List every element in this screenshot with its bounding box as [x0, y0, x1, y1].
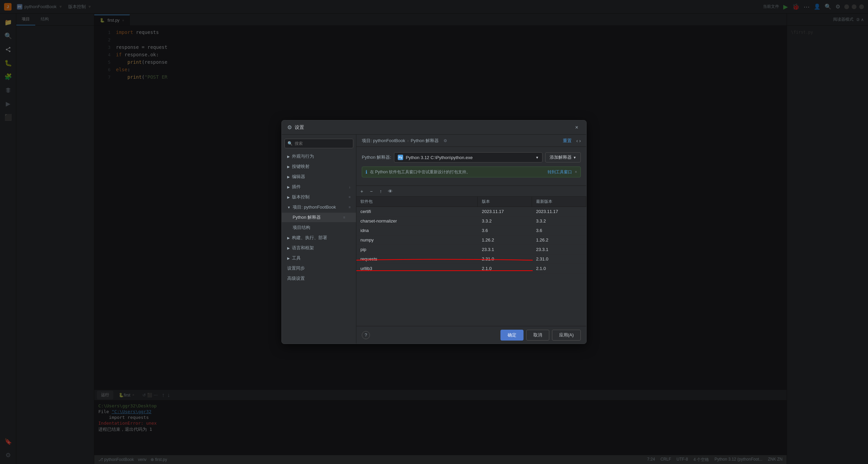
nav-label-vcs: 版本控制: [292, 194, 310, 200]
nav-label-keymap: 按键映射: [292, 163, 310, 170]
pkg-name-urllib3: urllib3: [356, 264, 478, 273]
nav-sub-label-structure: 项目结构: [293, 225, 310, 231]
pkg-latest-requests: 2.31.0: [532, 254, 586, 264]
package-table-header: 软件包 版本 最新版本: [356, 197, 586, 207]
nav-item-languages[interactable]: ▶ 语言和框架: [282, 243, 356, 253]
breadcrumb-page[interactable]: Python 解释器: [411, 138, 439, 144]
nav-chevron-keymap: ▶: [287, 165, 290, 169]
footer-left: ?: [362, 331, 370, 339]
pkg-latest-certifi: 2023.11.17: [532, 207, 586, 216]
nav-label-editor: 编辑器: [292, 174, 305, 180]
interpreter-label: Python 解释器:: [362, 154, 391, 160]
settings-nav: 🔍 ▶ 外观与行为 ▶ 按键映射 ▶ 编辑器 ▶ 插件: [282, 135, 356, 344]
nav-item-sync[interactable]: 设置同步: [282, 264, 356, 273]
settings-breadcrumb: 项目: pythonFootBook › Python 解释器 ⚙ 重置 ‹ ›: [356, 135, 586, 147]
nav-sub-label-interpreter: Python 解释器: [293, 214, 321, 220]
apply-button[interactable]: 应用(A): [552, 330, 581, 341]
ok-button[interactable]: 确定: [500, 330, 524, 341]
nav-item-editor[interactable]: ▶ 编辑器: [282, 172, 356, 181]
col-latest[interactable]: 最新版本: [532, 197, 586, 207]
pkg-row-numpy[interactable]: numpy 1.26.2 1.26.2: [356, 235, 586, 245]
pkg-ver-requests: 2.31.0: [478, 254, 532, 264]
nav-sub-project-structure[interactable]: 项目结构: [282, 223, 356, 232]
col-version[interactable]: 版本: [478, 197, 532, 207]
add-package-button[interactable]: +: [358, 187, 366, 195]
info-close-icon[interactable]: ×: [575, 170, 577, 174]
nav-chevron-appearance: ▶: [287, 155, 290, 158]
nav-chevron-editor: ▶: [287, 175, 290, 179]
pkg-name-certifi: certifi: [356, 207, 478, 216]
nav-forward-button[interactable]: ›: [579, 138, 581, 143]
pkg-ver-charset: 3.3.2: [478, 216, 532, 226]
nav-label-languages: 语言和框架: [292, 245, 314, 251]
pkg-latest-pip: 23.3.1: [532, 245, 586, 254]
python-icon: Py: [398, 155, 403, 160]
pkg-name-pip: pip: [356, 245, 478, 254]
nav-chevron-vcs: ▶: [287, 195, 290, 199]
interpreter-section: Python 解释器: Py Python 3.12 C:\Python\pyt…: [356, 147, 586, 186]
nav-item-tools[interactable]: ▶ 工具: [282, 253, 356, 263]
dialog-title: 设置: [295, 124, 304, 131]
pkg-row-idna[interactable]: idna 3.6 3.6: [356, 226, 586, 235]
info-text: 在 Python 软件包工具窗口中尝试重新设计的打包支持。: [370, 169, 470, 175]
nav-chevron-tools: ▶: [287, 256, 290, 260]
nav-item-project[interactable]: ▼ 项目: pythonFootBook =: [282, 202, 356, 212]
cancel-button[interactable]: 取消: [526, 330, 549, 341]
package-table: 软件包 版本 最新版本 certifi 2023.11.17 2023.11.1…: [356, 197, 586, 326]
package-section: + − ↑ 👁 软件包 版本 最新版本 certifi: [356, 186, 586, 326]
pkg-row-urllib3[interactable]: urllib3 2.1.0 2.1.0: [356, 264, 586, 273]
interpreter-chevron: ▼: [535, 156, 539, 159]
settings-dialog: ⚙ 设置 × 🔍 ▶ 外观与行为 ▶ 按键映射: [281, 120, 587, 344]
pkg-latest-charset: 3.3.2: [532, 216, 586, 226]
modal-overlay[interactable]: ⚙ 设置 × 🔍 ▶ 外观与行为 ▶ 按键映射: [0, 0, 868, 464]
nav-back-button[interactable]: ‹: [576, 138, 578, 143]
dialog-footer: ? 确定 取消 应用(A): [356, 326, 586, 344]
interpreter-select[interactable]: Py Python 3.12 C:\Python\python.exe ▼: [394, 152, 542, 162]
breadcrumb-project[interactable]: 项目: pythonFootBook: [362, 138, 405, 144]
nav-item-plugins[interactable]: ▶ 插件 ↓: [282, 182, 356, 192]
info-bar: ℹ 在 Python 软件包工具窗口中尝试重新设计的打包支持。 转到工具窗口 ×: [362, 167, 581, 177]
add-interpreter-button[interactable]: 添加解释器 ▼: [545, 152, 581, 162]
remove-package-button[interactable]: −: [367, 187, 375, 195]
info-icon: ℹ: [366, 169, 367, 175]
goto-tools-link[interactable]: 转到工具窗口: [548, 169, 572, 175]
nav-item-build[interactable]: ▶ 构建、执行、部署: [282, 233, 356, 243]
pkg-latest-urllib3: 2.1.0: [532, 264, 586, 273]
pkg-name-requests: requests: [356, 254, 478, 264]
nav-item-advanced[interactable]: 高级设置: [282, 274, 356, 283]
plugins-badge: ↓: [349, 185, 351, 189]
dialog-close-button[interactable]: ×: [573, 123, 581, 132]
nav-label-advanced: 高级设置: [287, 275, 305, 282]
package-toolbar: + − ↑ 👁: [356, 186, 586, 197]
nav-item-vcs[interactable]: ▶ 版本控制 =: [282, 192, 356, 202]
nav-label-project: 项目: pythonFootBook: [293, 204, 336, 210]
nav-item-appearance[interactable]: ▶ 外观与行为: [282, 152, 356, 161]
nav-sub-python-interpreter[interactable]: Python 解释器 =: [282, 213, 356, 222]
pkg-latest-numpy: 1.26.2: [532, 235, 586, 245]
pkg-row-pip[interactable]: pip 23.3.1 23.3.1: [356, 245, 586, 254]
pkg-ver-urllib3: 2.1.0: [478, 264, 532, 273]
help-button[interactable]: ?: [362, 331, 370, 339]
pkg-ver-idna: 3.6: [478, 226, 532, 235]
nav-label-appearance: 外观与行为: [292, 153, 314, 159]
show-details-button[interactable]: 👁: [386, 187, 394, 195]
settings-search-input[interactable]: [295, 141, 350, 146]
col-name[interactable]: 软件包: [356, 197, 478, 207]
pkg-name-idna: idna: [356, 226, 478, 235]
breadcrumb-sep: ›: [407, 138, 409, 143]
nav-item-keymap[interactable]: ▶ 按键映射: [282, 162, 356, 171]
breadcrumb-nav: ‹ ›: [576, 138, 581, 143]
upgrade-package-button[interactable]: ↑: [377, 187, 385, 195]
dialog-gear-icon: ⚙: [287, 124, 292, 131]
interpreter-badge: =: [343, 216, 345, 219]
settings-content: 项目: pythonFootBook › Python 解释器 ⚙ 重置 ‹ ›: [356, 135, 586, 344]
pkg-row-charset[interactable]: charset-normalizer 3.3.2 3.3.2: [356, 216, 586, 226]
nav-label-tools: 工具: [292, 255, 301, 261]
reset-button[interactable]: 重置: [563, 138, 572, 144]
breadcrumb-settings-icon: ⚙: [443, 138, 447, 143]
pkg-row-certifi[interactable]: certifi 2023.11.17 2023.11.17: [356, 207, 586, 216]
settings-search[interactable]: 🔍: [284, 139, 353, 148]
pkg-name-charset: charset-normalizer: [356, 216, 478, 226]
nav-chevron-plugins: ▶: [287, 185, 290, 189]
pkg-row-requests[interactable]: requests 2.31.0 2.31.0: [356, 254, 586, 264]
